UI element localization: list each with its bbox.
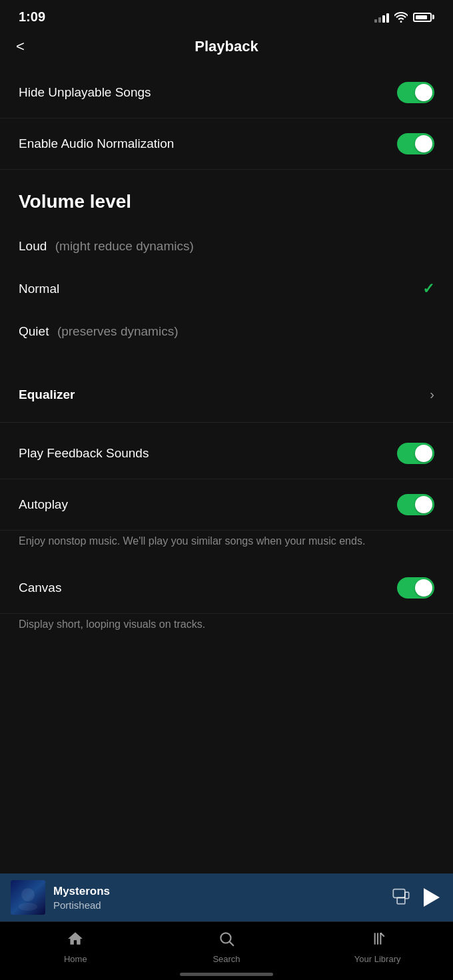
- autoplay-row: Autoplay: [0, 479, 453, 531]
- divider-1: [0, 422, 453, 423]
- home-indicator: [180, 973, 273, 976]
- volume-loud-sublabel: (might reduce dynamics): [55, 239, 194, 253]
- artwork-image: [11, 880, 45, 915]
- nav-home-label: Home: [64, 954, 87, 964]
- volume-level-section: Volume level: [0, 170, 453, 226]
- toggle-knob-4: [415, 496, 432, 513]
- wifi-icon: [394, 12, 408, 23]
- volume-quiet-option[interactable]: Quiet (preserves dynamics): [0, 311, 453, 352]
- audio-normalization-label: Enable Audio Normalization: [19, 136, 174, 151]
- hide-unplayable-toggle[interactable]: [397, 82, 434, 103]
- battery-icon: [413, 13, 434, 22]
- equalizer-label: Equalizer: [19, 387, 75, 402]
- status-icons: [374, 12, 434, 23]
- signal-icon: [374, 12, 389, 23]
- svg-rect-5: [405, 892, 409, 898]
- volume-normal-checkmark: ✓: [422, 280, 434, 298]
- bottom-navigation: Home Search Your Library: [0, 921, 453, 980]
- audio-normalization-row: Enable Audio Normalization: [0, 119, 453, 170]
- svg-rect-4: [397, 897, 405, 903]
- volume-normal-option[interactable]: Normal ✓: [0, 267, 453, 311]
- nav-search-label: Search: [213, 954, 240, 964]
- svg-rect-3: [393, 889, 405, 898]
- now-playing-artist: Portishead: [53, 899, 384, 911]
- svg-point-2: [19, 903, 37, 911]
- canvas-row: Canvas: [0, 563, 453, 614]
- library-icon: [369, 930, 386, 951]
- volume-loud-label-group: Loud (might reduce dynamics): [19, 239, 194, 254]
- chevron-right-icon: ›: [430, 387, 434, 402]
- play-feedback-toggle[interactable]: [397, 443, 434, 464]
- now-playing-title: Mysterons: [53, 884, 384, 899]
- equalizer-row[interactable]: Equalizer ›: [0, 372, 453, 417]
- now-playing-bar[interactable]: Mysterons Portishead: [0, 873, 453, 921]
- toggle-knob-2: [415, 135, 432, 152]
- canvas-label: Canvas: [19, 581, 61, 595]
- svg-line-7: [230, 942, 234, 946]
- svg-point-6: [221, 933, 230, 943]
- search-icon: [218, 930, 235, 951]
- play-button[interactable]: [424, 888, 442, 907]
- now-playing-controls: [392, 887, 442, 908]
- hide-unplayable-label: Hide Unplayable Songs: [19, 85, 151, 100]
- volume-quiet-label: Quiet: [19, 324, 49, 338]
- volume-level-title: Volume level: [19, 191, 131, 212]
- back-button[interactable]: <: [16, 38, 25, 55]
- svg-point-1: [21, 888, 35, 901]
- page-title: Playback: [195, 38, 258, 55]
- volume-normal-label-group: Normal: [19, 282, 59, 296]
- toggle-knob: [415, 84, 432, 101]
- volume-quiet-sublabel: (preserves dynamics): [57, 324, 179, 338]
- device-picker-icon[interactable]: [392, 887, 410, 908]
- nav-library-label: Your Library: [354, 954, 401, 964]
- autoplay-description: Enjoy nonstop music. We'll play you simi…: [0, 531, 453, 563]
- volume-normal-label: Normal: [19, 282, 59, 296]
- toggle-knob-5: [415, 579, 432, 597]
- autoplay-toggle[interactable]: [397, 494, 434, 515]
- nav-home[interactable]: Home: [0, 930, 151, 964]
- toggle-knob-3: [415, 445, 432, 462]
- settings-content: Hide Unplayable Songs Enable Audio Norma…: [0, 67, 453, 759]
- now-playing-info: Mysterons Portishead: [53, 884, 384, 910]
- play-feedback-label: Play Feedback Sounds: [19, 446, 149, 461]
- canvas-toggle[interactable]: [397, 577, 434, 599]
- nav-search[interactable]: Search: [151, 930, 302, 964]
- play-feedback-row: Play Feedback Sounds: [0, 428, 453, 479]
- autoplay-label: Autoplay: [19, 497, 68, 512]
- status-bar: 1:09: [0, 0, 453, 31]
- home-icon: [67, 930, 84, 951]
- volume-loud-option[interactable]: Loud (might reduce dynamics): [0, 226, 453, 267]
- volume-quiet-label-group: Quiet (preserves dynamics): [19, 324, 178, 339]
- hide-unplayable-row: Hide Unplayable Songs: [0, 67, 453, 119]
- audio-normalization-toggle[interactable]: [397, 133, 434, 154]
- nav-library[interactable]: Your Library: [302, 930, 453, 964]
- now-playing-artwork: [11, 880, 45, 915]
- status-time: 1:09: [19, 9, 45, 25]
- volume-loud-label: Loud: [19, 239, 47, 253]
- canvas-description: Display short, looping visuals on tracks…: [0, 614, 453, 646]
- page-header: < Playback: [0, 31, 453, 67]
